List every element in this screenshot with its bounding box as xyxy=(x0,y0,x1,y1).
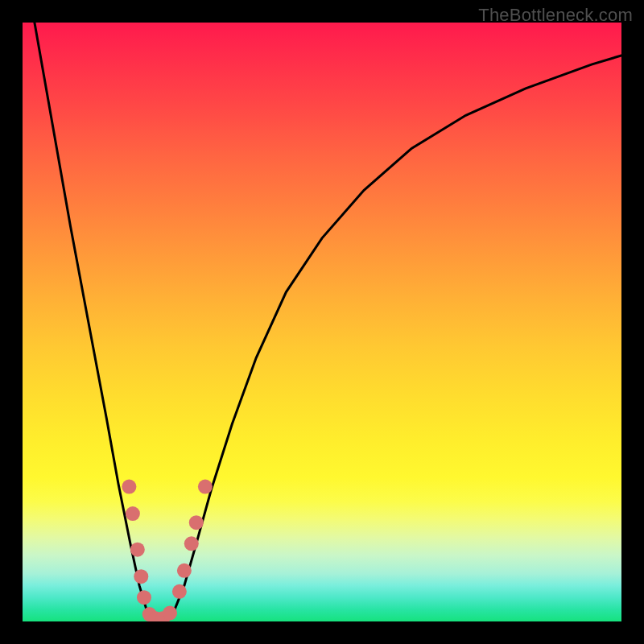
marker-dot xyxy=(189,515,204,530)
marker-dot xyxy=(122,480,136,494)
marker-dot xyxy=(137,590,151,605)
watermark-text: TheBottleneck.com xyxy=(478,5,633,26)
marker-dot xyxy=(172,584,187,599)
marker-dot xyxy=(177,564,192,578)
bottleneck-curve xyxy=(35,23,621,621)
outer-frame: TheBottleneck.com xyxy=(0,0,644,644)
curve-layer xyxy=(35,23,621,621)
markers-layer xyxy=(122,480,213,621)
marker-dot xyxy=(163,606,177,621)
marker-dot xyxy=(134,569,148,584)
marker-dot xyxy=(126,506,140,521)
marker-dot xyxy=(130,543,145,557)
plot-area xyxy=(23,23,621,621)
marker-dot xyxy=(184,536,199,551)
chart-svg xyxy=(23,23,621,621)
marker-dot xyxy=(198,480,213,494)
